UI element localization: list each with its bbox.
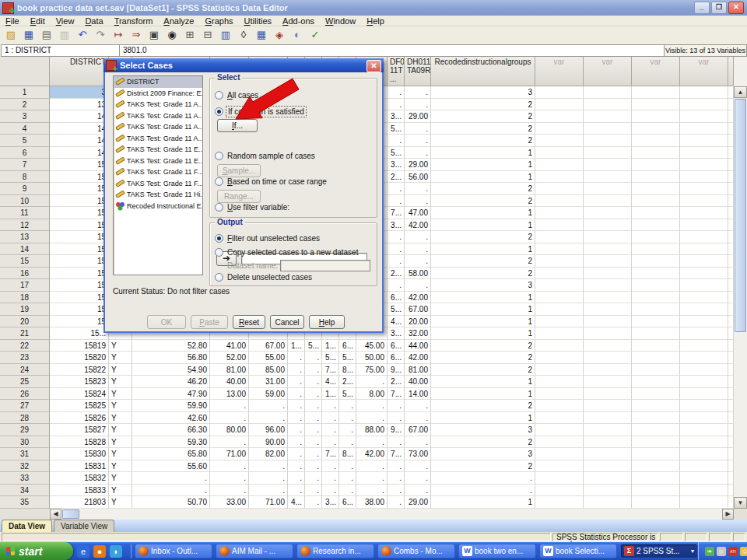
menu-transform[interactable]: Transform: [109, 16, 159, 26]
cell[interactable]: [728, 99, 734, 111]
row-header[interactable]: 31: [0, 448, 50, 460]
dialog-variable-item[interactable]: TAKS Test: Grade 11 F...: [114, 178, 202, 190]
cell[interactable]: 20.00: [405, 316, 431, 328]
row-header[interactable]: 27: [0, 400, 50, 412]
cell[interactable]: .: [356, 412, 388, 425]
open-file-icon[interactable]: ▨: [2, 27, 19, 43]
cancel-button[interactable]: Cancel: [270, 315, 304, 329]
cell[interactable]: [680, 436, 728, 449]
cell[interactable]: .: [405, 485, 431, 497]
cell[interactable]: [632, 171, 680, 184]
cell[interactable]: [535, 352, 584, 364]
cell[interactable]: 38.00: [356, 496, 388, 509]
cell[interactable]: [535, 388, 584, 401]
cell[interactable]: .: [339, 460, 356, 473]
cell[interactable]: [728, 183, 734, 195]
cell[interactable]: 1: [431, 303, 535, 316]
row-header[interactable]: 24: [0, 364, 50, 376]
cell[interactable]: [632, 424, 680, 436]
menu-edit[interactable]: Edit: [25, 16, 51, 26]
cell[interactable]: [535, 207, 584, 219]
cell[interactable]: 52.80: [132, 340, 210, 352]
cell[interactable]: 54.90: [132, 364, 210, 376]
cell[interactable]: 67.00: [249, 340, 288, 352]
cell[interactable]: [632, 135, 680, 147]
cell[interactable]: [535, 340, 584, 352]
cell[interactable]: [728, 412, 734, 425]
cell[interactable]: [728, 159, 734, 171]
cell[interactable]: [584, 279, 632, 292]
cell[interactable]: 2: [431, 183, 535, 195]
cell[interactable]: 2...: [388, 268, 405, 280]
cell[interactable]: .: [405, 255, 431, 268]
cell[interactable]: .: [405, 147, 431, 159]
cell[interactable]: .: [405, 472, 431, 485]
cell[interactable]: 7...: [388, 448, 405, 460]
cell[interactable]: [728, 327, 734, 340]
cell[interactable]: 90.00: [249, 436, 288, 449]
cell[interactable]: 1...: [322, 340, 339, 352]
cell[interactable]: 15830: [50, 448, 109, 460]
cell[interactable]: 4...: [288, 496, 305, 509]
cell[interactable]: 3...: [322, 496, 339, 509]
cell[interactable]: .: [305, 400, 322, 412]
cell[interactable]: .: [210, 400, 249, 412]
cell[interactable]: 5...: [322, 352, 339, 364]
cell[interactable]: [632, 327, 680, 340]
column-header-df0[interactable]: DF0 11T ...: [388, 57, 405, 86]
cell[interactable]: 21803: [50, 496, 109, 509]
cell[interactable]: 15: [50, 316, 109, 328]
scroll-right-arrow[interactable]: ▶: [722, 509, 734, 520]
cell[interactable]: [728, 388, 734, 401]
if-condition-radio[interactable]: [215, 107, 223, 116]
cell[interactable]: [584, 364, 632, 376]
column-header-district[interactable]: DISTRICT: [50, 57, 109, 86]
cell[interactable]: 3...: [388, 110, 405, 123]
cell[interactable]: 15824: [50, 388, 109, 401]
close-button[interactable]: ✕: [728, 2, 744, 14]
dialog-variable-item[interactable]: Recoded Instructional E...: [114, 201, 202, 212]
cell[interactable]: 15: [50, 159, 109, 171]
cell[interactable]: [632, 460, 680, 473]
cell[interactable]: .: [405, 86, 431, 99]
cell[interactable]: [680, 195, 728, 208]
cell[interactable]: 67.00: [405, 303, 431, 316]
cell[interactable]: .: [356, 472, 388, 485]
row-header[interactable]: 17: [0, 279, 50, 292]
cell[interactable]: 71.00: [210, 448, 249, 460]
cell[interactable]: 4...: [322, 376, 339, 388]
cell[interactable]: 2...: [339, 376, 356, 388]
column-header-dh011[interactable]: DH011 TA09R: [405, 57, 431, 86]
cell[interactable]: [535, 183, 584, 195]
taskbar-button[interactable]: Σ2 SPSS St...▾: [620, 544, 698, 558]
cell[interactable]: 47.90: [132, 388, 210, 401]
cell[interactable]: [728, 123, 734, 135]
cell[interactable]: .: [305, 364, 322, 376]
taskbar-button[interactable]: Wbook two en...: [458, 544, 536, 558]
cell[interactable]: .: [322, 436, 339, 449]
cell[interactable]: [584, 147, 632, 159]
row-header[interactable]: 33: [0, 472, 50, 485]
cell[interactable]: [680, 86, 728, 99]
row-header[interactable]: 26: [0, 388, 50, 401]
cell[interactable]: .: [339, 400, 356, 412]
cell[interactable]: 2: [431, 195, 535, 208]
dialog-variable-item[interactable]: TAKS Test: Grade 11 A...: [114, 110, 202, 122]
cell[interactable]: .: [431, 485, 535, 497]
cell[interactable]: 65.80: [132, 448, 210, 460]
cell[interactable]: 85.00: [249, 364, 288, 376]
cell[interactable]: .: [288, 352, 305, 364]
cell[interactable]: 14: [50, 135, 109, 147]
cell[interactable]: [584, 448, 632, 460]
cell[interactable]: 5...: [388, 123, 405, 135]
cell[interactable]: 41.00: [210, 340, 249, 352]
cell[interactable]: 9...: [388, 364, 405, 376]
cell[interactable]: [728, 268, 734, 280]
cell[interactable]: [584, 340, 632, 352]
cell[interactable]: [584, 436, 632, 449]
cell[interactable]: [535, 219, 584, 232]
cell[interactable]: [535, 472, 584, 485]
delete-cases-label[interactable]: Delete unselected cases: [227, 272, 312, 282]
cell[interactable]: 55.60: [132, 460, 210, 473]
row-header[interactable]: 32: [0, 460, 50, 473]
